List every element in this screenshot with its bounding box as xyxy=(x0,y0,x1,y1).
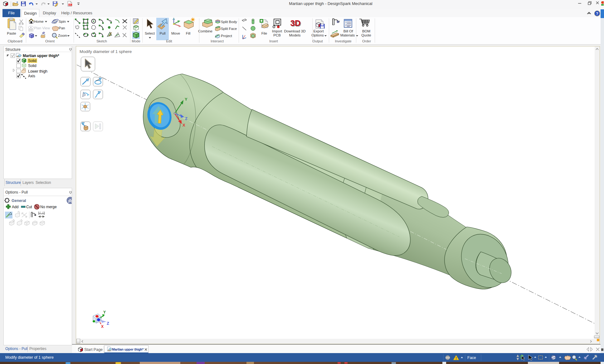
svg-text:File: File xyxy=(261,31,267,35)
svg-text:Home: Home xyxy=(34,20,44,23)
svg-text:Quote: Quote xyxy=(361,33,371,37)
svg-text:Project: Project xyxy=(221,34,232,38)
svg-text:Z: Z xyxy=(185,116,188,121)
svg-text:STL: STL xyxy=(69,4,72,6)
svg-text:Paste: Paste xyxy=(7,31,16,35)
svg-text:STOP: STOP xyxy=(446,357,450,359)
svg-text:3D: 3D xyxy=(290,18,300,28)
svg-text:Pan: Pan xyxy=(59,26,65,30)
svg-text:Face: Face xyxy=(467,356,476,360)
svg-text:Add: Add xyxy=(12,205,18,209)
svg-text:Move: Move xyxy=(171,31,180,35)
svg-text:Split Face: Split Face xyxy=(221,27,237,31)
svg-text:Solid: Solid xyxy=(28,64,37,68)
svg-text:Y: Y xyxy=(185,97,188,102)
svg-text:Zoom: Zoom xyxy=(58,34,67,37)
svg-text:?: ? xyxy=(596,12,598,16)
svg-text:Fill: Fill xyxy=(186,31,191,35)
svg-text:Y: Y xyxy=(103,310,106,314)
svg-text:Plan View: Plan View xyxy=(34,26,50,30)
svg-text:PCB: PCB xyxy=(273,33,281,37)
svg-text:Martian upper thigh*: Martian upper thigh* xyxy=(23,54,59,58)
svg-text:X: X xyxy=(101,324,104,329)
svg-text:2: 2 xyxy=(345,24,347,26)
svg-text:Pull: Pull xyxy=(159,31,165,35)
svg-text:Bill Of: Bill Of xyxy=(343,29,353,33)
svg-text:Cut: Cut xyxy=(26,205,32,209)
svg-text:Lower thigh: Lower thigh xyxy=(28,69,47,74)
svg-text:No merge: No merge xyxy=(40,205,57,209)
svg-text:X: X xyxy=(183,123,185,127)
svg-text:Select: Select xyxy=(145,31,155,35)
svg-text:Import: Import xyxy=(272,29,282,33)
svg-text:Modify diameter of 1 sphere: Modify diameter of 1 sphere xyxy=(80,49,132,54)
svg-text:!: ! xyxy=(455,357,457,360)
svg-text:1: 1 xyxy=(345,21,347,23)
svg-text:Spin: Spin xyxy=(59,20,66,23)
svg-text:General: General xyxy=(12,199,26,203)
svg-text:Solid: Solid xyxy=(28,59,37,63)
svg-text:Download 3D: Download 3D xyxy=(284,29,305,33)
svg-text:Axis: Axis xyxy=(28,74,35,78)
svg-text:Split Body: Split Body xyxy=(221,20,237,24)
svg-text:Models: Models xyxy=(289,33,300,37)
svg-text:Options: Options xyxy=(311,33,324,37)
svg-text:Export: Export xyxy=(313,29,324,33)
svg-text:Materials: Materials xyxy=(340,33,355,37)
svg-text:BOM: BOM xyxy=(362,29,370,33)
svg-text:Z: Z xyxy=(107,321,109,326)
svg-text:Combine: Combine xyxy=(198,29,212,33)
